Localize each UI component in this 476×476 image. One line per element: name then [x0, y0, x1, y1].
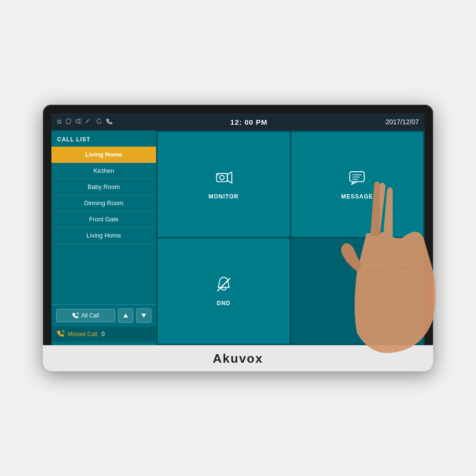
call-item-living-home[interactable]: Living Home — [51, 228, 156, 244]
missed-call-count: 0 — [101, 331, 105, 337]
dnd-icon — [215, 276, 233, 296]
call-list-panel: CALL LIST Living Home Kicthen Baby Room … — [51, 130, 156, 345]
all-call-button[interactable]: All Call — [56, 309, 115, 322]
screen: ⧉ — [51, 113, 425, 345]
device-wrapper: ⧉ — [43, 105, 433, 371]
monitor-tile[interactable]: MONITOR — [158, 132, 290, 237]
refresh-icon — [96, 118, 102, 126]
brand-name: Akuvox — [213, 351, 263, 366]
shield-icon — [65, 118, 71, 126]
nav-up-button[interactable] — [118, 308, 133, 323]
call-list-title: CALL LIST — [51, 134, 156, 147]
volume-icon — [75, 118, 82, 126]
call-actions: All Call — [51, 304, 156, 327]
svg-marker-6 — [141, 314, 146, 317]
call-list-items: Living Home Kicthen Baby Room Dinning Ro… — [51, 147, 156, 304]
missed-call-icon — [57, 330, 65, 338]
status-date: 2017/12/07 — [386, 118, 419, 126]
message-tile[interactable]: MESSAGE — [291, 132, 424, 237]
svg-point-10 — [217, 174, 218, 176]
nav-down-button[interactable] — [136, 308, 151, 323]
missed-call-label: Missed Call: — [68, 331, 99, 337]
status-time: 12: 00 PM — [112, 118, 386, 126]
screen-icon: ⧉ — [57, 118, 61, 126]
status-bar: ⧉ — [51, 113, 425, 130]
svg-rect-11 — [350, 172, 364, 182]
svg-line-1 — [80, 119, 82, 119]
phone-call-icon — [72, 312, 79, 319]
call-item-front-gate[interactable]: Front Gate — [51, 211, 156, 228]
device-bottom-bar: Akuvox — [43, 345, 433, 371]
call-waves-icon — [86, 118, 92, 126]
message-icon — [348, 169, 366, 189]
svg-marker-9 — [227, 172, 232, 183]
dnd-label: DND — [217, 300, 230, 307]
svg-marker-0 — [76, 119, 79, 124]
missed-call-bar: Missed Call: 0 — [51, 327, 156, 341]
phone-icon — [106, 118, 112, 126]
svg-line-3 — [80, 123, 82, 124]
call-item-baby-room[interactable]: Baby Room — [51, 179, 156, 195]
empty-tile — [291, 238, 424, 344]
dnd-tile[interactable]: DND — [158, 238, 290, 344]
action-panel: MONITOR — [156, 130, 425, 345]
call-item-dinning-room[interactable]: Dinning Room — [51, 195, 156, 211]
monitor-label: MONITOR — [208, 193, 238, 200]
monitor-icon — [215, 169, 233, 189]
call-item-living-home-selected[interactable]: Living Home — [51, 147, 156, 163]
call-item-kitchen[interactable]: Kicthen — [51, 163, 156, 179]
chevron-up-icon — [123, 313, 129, 318]
main-content: CALL LIST Living Home Kicthen Baby Room … — [51, 130, 425, 345]
chevron-down-icon — [141, 313, 147, 318]
device-outer: ⧉ — [43, 105, 433, 371]
missed-call-phone-icon — [57, 330, 65, 337]
all-call-label: All Call — [81, 312, 99, 319]
svg-marker-5 — [123, 314, 128, 317]
svg-point-4 — [86, 122, 87, 123]
status-icons: ⧉ — [57, 118, 112, 126]
svg-point-8 — [219, 175, 224, 180]
message-label: MESSAGE — [341, 193, 373, 200]
